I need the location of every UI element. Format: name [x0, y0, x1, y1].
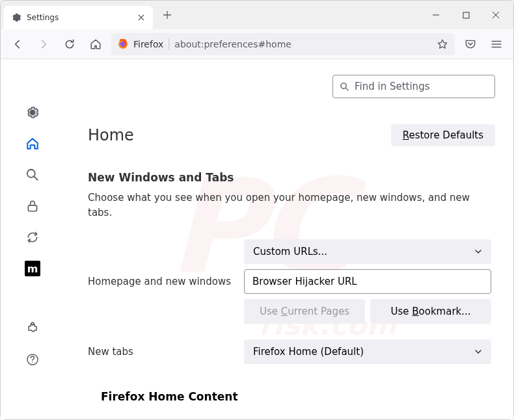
use-bookmark-button[interactable]: Use Bookmark...: [370, 299, 491, 324]
minimize-button[interactable]: [421, 5, 451, 25]
tab-title: Settings: [27, 13, 132, 22]
svg-point-7: [32, 361, 33, 363]
new-tab-button[interactable]: [158, 6, 176, 24]
homepage-url-input[interactable]: [244, 269, 491, 294]
home-button[interactable]: [85, 34, 106, 55]
sidebar-general-icon[interactable]: [25, 105, 40, 120]
settings-search[interactable]: [332, 75, 495, 98]
sidebar-privacy-icon[interactable]: [25, 198, 40, 214]
firefox-icon: [118, 39, 128, 49]
sidebar-home-icon[interactable]: [25, 136, 40, 151]
browser-tab[interactable]: Settings: [3, 6, 153, 29]
url-identity: Firefox: [133, 39, 163, 49]
chevron-down-icon: [474, 248, 482, 256]
settings-search-input[interactable]: [355, 81, 488, 92]
newtabs-select[interactable]: Firefox Home (Default): [244, 339, 491, 364]
maximize-button[interactable]: [451, 5, 481, 25]
gear-icon: [11, 12, 21, 23]
homepage-mode-value: Custom URLs...: [253, 246, 327, 257]
reload-button[interactable]: [59, 34, 80, 55]
search-icon: [340, 82, 349, 92]
section-title: New Windows and Tabs: [88, 171, 495, 184]
close-icon[interactable]: [137, 14, 145, 21]
svg-point-5: [31, 322, 34, 325]
svg-rect-4: [28, 205, 36, 211]
url-bar[interactable]: Firefox about:preferences#home: [111, 33, 455, 55]
newtabs-value: Firefox Home (Default): [253, 346, 364, 358]
close-window-button[interactable]: [481, 5, 511, 25]
restore-defaults-button[interactable]: Restore Defaults: [391, 124, 495, 146]
menu-button[interactable]: [486, 34, 507, 55]
homepage-label: Homepage and new windows: [88, 276, 244, 287]
sidebar-help-icon[interactable]: [25, 352, 40, 367]
back-button[interactable]: [7, 34, 28, 55]
window-controls: [421, 5, 511, 25]
pocket-button[interactable]: [460, 34, 481, 55]
newtabs-label: New tabs: [88, 346, 244, 358]
sidebar-sync-icon[interactable]: [25, 230, 40, 245]
svg-rect-0: [463, 12, 469, 18]
browser-toolbar: Firefox about:preferences#home: [1, 29, 513, 59]
sidebar-more-icon[interactable]: m: [25, 261, 40, 276]
window-titlebar: Settings: [1, 1, 513, 29]
firefox-home-content-heading: Firefox Home Content: [101, 390, 495, 403]
use-current-pages-button[interactable]: Use Current Pages: [244, 299, 365, 324]
page-title: Home: [88, 126, 134, 144]
sidebar-search-icon[interactable]: [25, 167, 40, 183]
section-description: Choose what you see when you open your h…: [88, 190, 495, 220]
settings-main: Home Restore Defaults New Windows and Ta…: [64, 59, 513, 419]
sidebar-extensions-icon[interactable]: [25, 321, 40, 336]
chevron-down-icon: [474, 348, 482, 356]
url-path: about:preferences#home: [174, 39, 291, 49]
homepage-mode-select[interactable]: Custom URLs...: [244, 239, 491, 264]
bookmark-star-icon[interactable]: [437, 38, 448, 50]
settings-sidebar: m: [1, 59, 64, 419]
forward-button[interactable]: [33, 34, 54, 55]
